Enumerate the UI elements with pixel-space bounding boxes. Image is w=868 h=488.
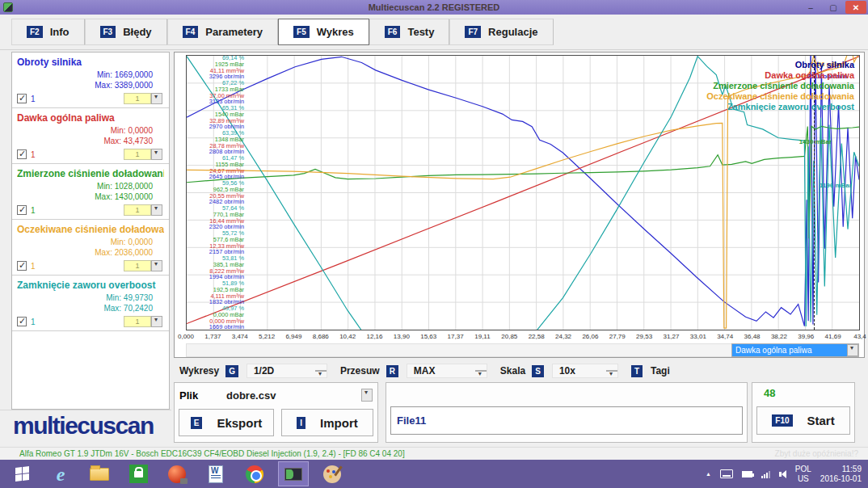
chevron-down-icon[interactable] (151, 93, 162, 104)
file-select-value: dobre.csv (226, 389, 361, 402)
start-button[interactable]: F10 Start (756, 406, 850, 435)
skala-fkey-badge: S (532, 365, 544, 377)
skala-label: Skala (500, 365, 525, 377)
word-icon[interactable] (200, 461, 231, 486)
paint-icon[interactable] (317, 461, 348, 486)
parameter-min: Min: 0,0000 (17, 125, 153, 136)
chevron-down-icon[interactable] (847, 344, 858, 356)
tab-label: Wykres (317, 26, 354, 38)
x-axis-tick-label: 29,53 (636, 333, 652, 340)
windows-logo-icon (15, 466, 29, 482)
chevron-down-icon[interactable] (151, 204, 162, 216)
camera-ball-icon (168, 465, 186, 483)
monitor-leaf-icon (284, 468, 302, 481)
parameter-scale-select[interactable]: 1 (124, 149, 162, 160)
session-name-input[interactable]: File11 (390, 406, 743, 435)
start-fkey-badge: F10 (772, 414, 792, 427)
minimize-button[interactable]: – (800, 1, 821, 14)
x-axis-tick-label: 17,37 (448, 333, 464, 340)
store-icon[interactable] (123, 461, 154, 486)
parameter-checkbox[interactable] (17, 317, 27, 326)
parameter-checkbox[interactable] (17, 94, 27, 103)
tab-błędy[interactable]: F3Błędy (85, 19, 167, 45)
plik-label: Plik (179, 389, 226, 402)
parameter-scale-select[interactable]: 1 (124, 316, 162, 327)
x-axis-tick-label: 20,85 (501, 333, 517, 340)
file-box: Plik dobre.csv E Eksport I Import (174, 382, 378, 443)
przesuw-select[interactable]: MAX (407, 364, 487, 378)
tab-wykres[interactable]: F5Wykres (278, 19, 369, 45)
x-axis-tick-label: 8,686 (313, 333, 329, 340)
tab-info[interactable]: F2Info (11, 19, 85, 45)
palette-icon (323, 465, 341, 483)
ie-icon[interactable]: e (45, 461, 76, 486)
photos-app-icon[interactable] (162, 461, 192, 486)
tab-label: Błędy (123, 26, 151, 38)
shopping-bag-icon (129, 465, 148, 483)
maximize-button[interactable]: ▢ (823, 1, 844, 14)
fkey-badge: F5 (293, 26, 310, 38)
file-select[interactable]: dobre.csv (226, 388, 373, 402)
x-axis-tick-label: 34,74 (717, 333, 733, 340)
chevron-down-icon[interactable] (606, 370, 617, 372)
tab-label: Parametery (205, 26, 263, 38)
series-select[interactable]: Dawka ogólna paliwa (731, 343, 859, 357)
start-icon[interactable] (6, 461, 37, 486)
import-button[interactable]: I Import (281, 409, 373, 436)
skala-select[interactable]: 10x (552, 364, 618, 378)
parameter-max: Max: 1430,0000 (17, 191, 153, 202)
x-axis-tick-label: 41,69 (825, 333, 841, 340)
hidden-icons-chevron-icon[interactable]: ▲ (706, 471, 711, 477)
x-axis-tick-label: 1,737 (204, 333, 221, 340)
skala-select-value: 10x (559, 365, 575, 377)
eksport-button[interactable]: E Eksport (179, 409, 274, 436)
parameter-scale-select[interactable]: 1 (124, 204, 162, 216)
language-indicator[interactable]: POL US (795, 465, 811, 484)
parameter-scale-select[interactable]: 1 (124, 260, 162, 271)
parameter-max: Max: 43,4730 (17, 136, 153, 146)
eksport-button-label: Eksport (217, 416, 262, 430)
tab-regulacje[interactable]: F7Regulacje (449, 19, 553, 45)
clock[interactable]: 11:59 2016-10-01 (820, 465, 862, 484)
action-center-icon[interactable] (720, 469, 733, 478)
x-axis-tick-label: 10,42 (339, 333, 356, 340)
tab-testy[interactable]: F6Testy (369, 19, 450, 45)
multiecuscan-icon[interactable] (278, 461, 309, 486)
document-icon (209, 465, 223, 483)
vehicle-info-text: Alfa Romeo GT 1.9 JTDm 16V - Bosch EDC16… (19, 449, 405, 458)
title-bar: Multiecuscan 2.2 REGISTERED – ▢ ✕ (0, 0, 868, 15)
parameter-title: Oczekiwane ciśnienie doładowa (17, 224, 164, 235)
parameter-scale-select[interactable]: 1 (124, 93, 162, 104)
fkey-badge: F6 (385, 26, 401, 38)
volume-icon[interactable] (779, 470, 786, 478)
chrome-icon[interactable] (239, 461, 270, 486)
chevron-down-icon[interactable] (151, 260, 162, 271)
value-tag: 2511 obr/min (807, 73, 847, 80)
wykresy-select[interactable]: 1/2D (246, 364, 327, 378)
chart-cursor-line[interactable] (814, 56, 815, 330)
window-title: Multiecuscan 2.2 REGISTERED (0, 2, 868, 12)
value-tag: 1196 mBar (820, 182, 852, 189)
parameter-checkbox[interactable] (17, 261, 27, 271)
close-button[interactable]: ✕ (845, 1, 866, 14)
parameter-checkbox-label: 1 (31, 150, 36, 159)
chevron-down-icon[interactable] (315, 370, 327, 372)
chevron-down-icon[interactable] (151, 316, 162, 327)
chart-plot-area[interactable]: 2036 mBar2511 obr/min1430 mBar1196 mBar (186, 55, 860, 330)
chevron-down-icon[interactable] (151, 149, 162, 160)
parameter-max: Max: 70,2420 (17, 303, 153, 313)
parameter-panel: Zamknięcie zaworu overboostMin: 49,9730M… (12, 276, 169, 331)
tagi-toggle[interactable]: Tagi (651, 365, 670, 377)
chevron-down-icon[interactable] (361, 389, 373, 402)
record-count: 48 (764, 387, 775, 399)
file-explorer-icon[interactable] (84, 461, 115, 486)
x-axis-tick-label: 24,32 (555, 333, 571, 340)
parameter-checkbox[interactable] (17, 205, 27, 215)
network-signal-icon[interactable] (761, 470, 770, 478)
parameter-minmax: Min: 49,9730Max: 70,2420 (17, 292, 164, 313)
x-axis-tick-label: 31,27 (663, 333, 679, 340)
chevron-down-icon[interactable] (475, 370, 487, 372)
tab-parametery[interactable]: F4Parametery (167, 19, 279, 45)
parameter-checkbox[interactable] (17, 149, 27, 159)
battery-icon[interactable] (742, 471, 752, 477)
